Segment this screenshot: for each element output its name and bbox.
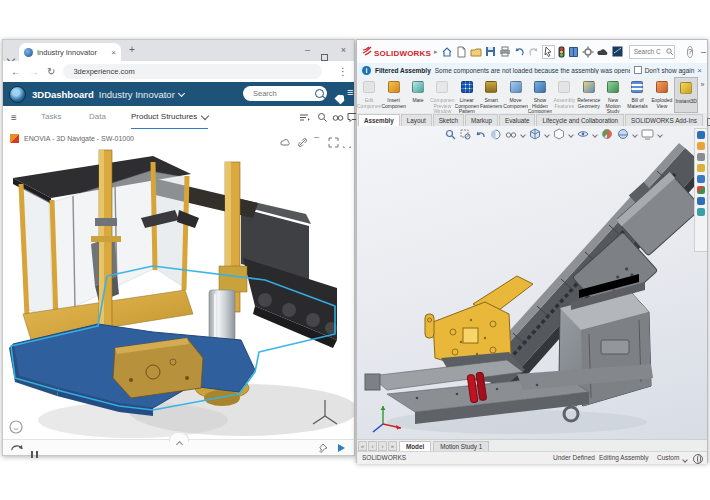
globe-icon[interactable]	[693, 454, 703, 464]
annotation-visibility-icon[interactable]	[505, 129, 517, 140]
dashboard-search[interactable]	[243, 86, 327, 101]
widget-minimize-icon[interactable]: –	[314, 132, 325, 143]
help-icon[interactable]: ?	[687, 46, 693, 58]
ribbon-show-hidden[interactable]: Show Hidden Components	[528, 77, 552, 113]
tab-close-icon[interactable]: ×	[111, 48, 116, 57]
home-icon[interactable]	[441, 46, 453, 58]
tab-evaluate[interactable]: Evaluate	[499, 114, 536, 126]
forward-icon[interactable]: →	[29, 66, 39, 77]
ribbon-exploded-view[interactable]: Exploded View	[650, 77, 674, 113]
dashboard-context-name[interactable]: Industry Innovator	[99, 89, 175, 100]
widget-expand-icon[interactable]	[328, 134, 339, 145]
pin-icon[interactable]	[318, 443, 328, 453]
sw-minimize-icon[interactable]: –	[701, 47, 706, 57]
apps-menu-icon[interactable]: ≡	[11, 112, 17, 123]
tab-tasks[interactable]: Tasks	[41, 106, 61, 128]
tab-motion-study-1[interactable]: Motion Study 1	[433, 441, 489, 451]
tab-model[interactable]: Model	[399, 441, 431, 451]
search-zoom-icon[interactable]	[317, 112, 328, 123]
info-close-icon[interactable]: ×	[697, 66, 702, 75]
forum-pane-icon[interactable]	[697, 208, 705, 216]
display-style-icon[interactable]	[553, 128, 565, 140]
section-view-icon[interactable]	[490, 129, 501, 140]
widget-chevron-icon[interactable]	[344, 136, 355, 147]
tab-solidworks-addins[interactable]: SOLIDWORKS Add-Ins	[625, 114, 703, 126]
3dexperience-pane-icon[interactable]	[697, 131, 705, 139]
undo-icon[interactable]	[514, 46, 525, 57]
reload-icon[interactable]: ↻	[47, 66, 55, 77]
new-document-icon[interactable]	[456, 46, 467, 58]
view-settings-icon[interactable]	[641, 129, 654, 140]
enovia-3d-viewport[interactable]	[3, 148, 354, 440]
print-icon[interactable]	[499, 46, 511, 57]
tab-sketch[interactable]: Sketch	[433, 114, 464, 126]
dont-show-again-label[interactable]: Don't show again	[645, 67, 695, 74]
view-orientation-icon[interactable]	[529, 128, 541, 140]
solidworks-graphics-area[interactable]	[357, 126, 707, 439]
tab-markup[interactable]: Markup	[465, 114, 498, 126]
search-icon[interactable]	[315, 89, 324, 98]
appearances-icon[interactable]	[697, 186, 705, 194]
dashboard-search-input[interactable]	[251, 88, 315, 99]
ribbon-reference-geometry[interactable]: Reference Geometry	[577, 77, 601, 113]
address-field[interactable]: 3dexperience.com	[63, 64, 322, 79]
resources-pane-icon[interactable]	[697, 142, 705, 150]
tab-product-structures[interactable]: Product Structures	[131, 106, 208, 130]
edit-appearance-icon[interactable]	[601, 128, 613, 140]
browser-close-icon[interactable]: ×	[341, 40, 346, 61]
zoom-fit-icon[interactable]	[445, 129, 456, 140]
prev-tab-icon[interactable]: ‹	[368, 441, 377, 451]
apply-scene-icon[interactable]	[617, 128, 629, 140]
orbit-icon[interactable]	[11, 443, 23, 453]
custom-properties-icon[interactable]	[697, 197, 705, 205]
dont-show-again-checkbox[interactable]	[634, 66, 642, 74]
file-explorer-icon[interactable]	[697, 164, 705, 172]
tab-layout[interactable]: Layout	[401, 114, 432, 126]
browser-minimize-icon[interactable]: –	[305, 40, 310, 61]
ribbon-insert-components[interactable]: Insert Components	[381, 77, 405, 113]
ribbon-overflow-icon[interactable]: »	[698, 77, 706, 113]
link-icon[interactable]	[297, 134, 308, 145]
ribbon-new-motion-study[interactable]: New Motion Study	[601, 77, 625, 113]
watch-icon[interactable]	[332, 112, 343, 123]
tags-icon[interactable]	[336, 89, 345, 107]
traffic-light-icon[interactable]	[558, 46, 565, 58]
design-library-icon[interactable]	[697, 153, 705, 161]
tab-assembly[interactable]: Assembly	[358, 114, 400, 126]
next-tab-icon[interactable]: ›	[378, 441, 387, 451]
3dexperience-compass-icon[interactable]	[9, 86, 26, 103]
select-icon[interactable]	[542, 45, 555, 59]
back-icon[interactable]: ←	[11, 66, 21, 77]
previous-view-icon[interactable]	[475, 129, 486, 140]
open-icon[interactable]	[470, 46, 482, 58]
tab-lifecycle-collaboration[interactable]: Lifecycle and Collaboration	[536, 114, 624, 126]
options-book-icon[interactable]	[568, 46, 579, 58]
browser-menu-icon[interactable]: ⋮	[338, 66, 348, 77]
command-search[interactable]	[629, 45, 675, 59]
status-units[interactable]: Custom	[657, 454, 679, 461]
first-tab-icon[interactable]: «	[358, 441, 367, 451]
command-search-input[interactable]	[632, 47, 666, 56]
filter-list-icon[interactable]	[299, 112, 310, 123]
browser-tab[interactable]: Industry Innovator ×	[19, 43, 121, 61]
tab-data[interactable]: Data	[89, 106, 106, 128]
cloud-services-icon[interactable]	[597, 47, 609, 57]
ribbon-instant3d[interactable]: Instant3D	[674, 77, 698, 113]
save-icon[interactable]	[485, 46, 496, 57]
logo-expand-icon[interactable]: ▸	[434, 48, 438, 56]
hide-show-items-icon[interactable]	[577, 128, 589, 140]
context-chevron-icon[interactable]	[178, 89, 185, 96]
header-menu-icon[interactable]: ≡	[347, 86, 353, 98]
new-tab-button[interactable]: +	[129, 44, 135, 55]
ribbon-move-component[interactable]: Move Component	[503, 77, 527, 113]
last-tab-icon[interactable]: »	[388, 441, 397, 451]
ribbon-mate[interactable]: Mate	[406, 77, 430, 113]
gear-icon[interactable]	[582, 46, 594, 58]
cloud-icon[interactable]	[280, 134, 291, 145]
pause-icon[interactable]	[31, 444, 38, 462]
ribbon-smart-fasteners[interactable]: Smart Fasteners	[479, 77, 503, 113]
view-palette-icon[interactable]	[697, 175, 705, 183]
zoom-area-icon[interactable]	[460, 129, 471, 140]
collapse-bar-button[interactable]	[169, 432, 189, 442]
ribbon-linear-pattern[interactable]: Linear Component Pattern	[455, 77, 479, 113]
